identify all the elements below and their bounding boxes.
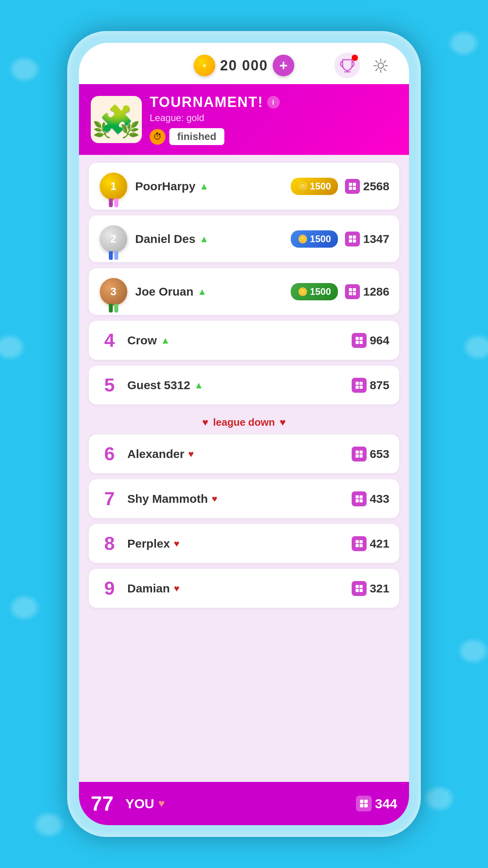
bronze-medal: 3 [100, 278, 127, 305]
svg-rect-49 [360, 804, 363, 807]
gear-icon [372, 57, 389, 74]
you-row: 77 YOU ♥ 344 [79, 782, 409, 825]
table-row: 6 Alexander ♥ 653 [89, 434, 399, 473]
gold-medal: 1 [100, 173, 127, 200]
clock-icon: ⏱ [150, 129, 165, 145]
trend-up-icon: ▲ [194, 380, 204, 391]
player-name: Damian ♥ [127, 582, 345, 595]
table-row: 7 Shy Mammoth ♥ 433 [89, 479, 399, 518]
player-name: PoorHarpy ▲ [135, 180, 284, 193]
you-label: YOU ♥ [125, 796, 349, 811]
settings-button[interactable] [368, 53, 393, 78]
score-puzzle-icon [352, 378, 367, 393]
score-value: 875 [370, 379, 389, 392]
score-puzzle-icon [352, 491, 367, 506]
table-row: 8 Perplex ♥ 421 [89, 524, 399, 563]
score-area: 321 [352, 581, 389, 596]
score-puzzle-icon [352, 536, 367, 551]
medal-ribbon [109, 199, 118, 207]
trend-up-icon: ▲ [199, 234, 209, 245]
table-row: 2 Daniel Des ▲ 🪙 1500 [89, 215, 399, 262]
header-icons [334, 53, 393, 78]
coin-area: 20 000 + [194, 55, 294, 76]
score-value: 1347 [363, 232, 389, 246]
league-text: League: gold [150, 112, 397, 123]
svg-rect-24 [360, 337, 363, 340]
trophy-icon [340, 59, 355, 72]
score-puzzle-icon [352, 447, 367, 462]
player-name: Perplex ♥ [127, 537, 345, 550]
medal-ribbon [109, 304, 118, 313]
svg-rect-26 [360, 341, 363, 344]
score-value: 653 [370, 447, 389, 461]
svg-rect-44 [360, 585, 363, 588]
svg-rect-21 [349, 292, 352, 295]
svg-rect-19 [349, 288, 352, 291]
player-name: Guest 5312 ▲ [127, 379, 345, 392]
table-row: 9 Damian ♥ 321 [89, 569, 399, 608]
score-puzzle-icon [345, 179, 360, 194]
tournament-puzzle-icon: 🧩 🌿 🌿 [91, 96, 142, 143]
score-area: 433 [352, 491, 389, 506]
you-trend-down-icon: ♥ [158, 797, 165, 810]
rank-number: 6 [99, 443, 120, 465]
svg-rect-45 [356, 589, 359, 592]
bonus-badge: 🪙 1500 [291, 283, 338, 300]
svg-rect-15 [349, 235, 352, 239]
bonus-badge: 🪙 1500 [291, 230, 338, 248]
player-name: Alexander ♥ [127, 447, 345, 461]
rank-number: 8 [99, 533, 120, 554]
svg-rect-13 [349, 187, 352, 190]
svg-rect-25 [356, 341, 359, 344]
svg-rect-42 [360, 544, 363, 547]
svg-rect-14 [353, 187, 356, 190]
score-value: 2568 [363, 180, 389, 193]
svg-rect-41 [356, 544, 359, 547]
tournament-info: TOURNAMENT! i League: gold ⏱ finished [150, 94, 397, 145]
coin-amount: 20 000 [220, 57, 268, 74]
score-area: 421 [352, 536, 389, 551]
svg-rect-11 [349, 183, 352, 186]
silver-medal: 2 [100, 225, 127, 253]
table-row: 3 Joe Oruan ▲ 🪙 1500 [89, 268, 399, 315]
svg-rect-32 [360, 451, 363, 454]
notification-dot [352, 55, 358, 61]
svg-rect-28 [360, 382, 363, 385]
add-coins-button[interactable]: + [273, 55, 294, 76]
svg-line-8 [384, 69, 385, 70]
score-area: 875 [352, 378, 389, 393]
bonus-badge: 🪙 1500 [291, 178, 338, 195]
leaderboard: 1 PoorHarpy ▲ 🪙 1500 [79, 155, 409, 782]
player-name: Crow ▲ [127, 334, 345, 347]
score-value: 433 [370, 492, 389, 506]
score-value: 964 [370, 334, 389, 347]
rank-number: 5 [99, 374, 120, 396]
rank-medal-2: 2 [99, 224, 128, 254]
svg-rect-16 [353, 235, 356, 239]
svg-rect-36 [360, 495, 363, 498]
player-name: Shy Mammoth ♥ [127, 492, 345, 506]
score-puzzle-icon [345, 284, 360, 299]
heart-icon-right: ♥ [280, 416, 286, 428]
tournament-title: TOURNAMENT! i [150, 94, 397, 110]
svg-rect-30 [360, 386, 363, 389]
trophy-button[interactable] [334, 53, 360, 78]
score-puzzle-icon [352, 333, 367, 348]
svg-rect-27 [356, 382, 359, 385]
score-puzzle-icon [352, 581, 367, 596]
header: 20 000 + [79, 43, 409, 84]
finished-tag: finished [169, 128, 224, 145]
svg-rect-43 [356, 585, 359, 588]
trend-up-icon: ▲ [199, 181, 209, 192]
svg-rect-18 [353, 239, 356, 243]
info-icon[interactable]: i [267, 96, 280, 108]
svg-rect-33 [356, 454, 359, 458]
svg-rect-48 [364, 800, 368, 803]
you-score-value: 344 [375, 796, 397, 811]
svg-rect-40 [360, 540, 363, 543]
svg-line-10 [376, 69, 377, 70]
svg-rect-47 [360, 800, 363, 803]
trend-down-icon: ♥ [174, 538, 179, 549]
svg-point-2 [378, 63, 383, 68]
trend-up-icon: ▲ [197, 286, 207, 297]
